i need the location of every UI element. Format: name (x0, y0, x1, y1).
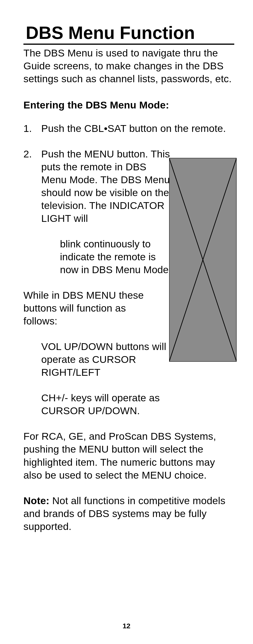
note-text: Not all functions in competitive models … (24, 495, 225, 532)
placeholder-x-icon (169, 158, 236, 362)
step-text: Push the CBL•SAT button on the remote. (41, 123, 226, 134)
note-label: Note: (24, 495, 50, 506)
paragraph-ch: CH+/- keys will operate as CURSOR UP/DOW… (24, 392, 188, 417)
subheading: Entering the DBS Menu Mode: (24, 99, 234, 111)
step-number: 1. (24, 122, 32, 135)
step-1: 1. Push the CBL•SAT button on the remote… (24, 122, 234, 135)
step-text-part-b: blink continuously to indicate the remot… (24, 238, 173, 276)
title-underline (24, 44, 234, 45)
page-number: 12 (0, 622, 253, 630)
intro-paragraph: The DBS Menu is used to navigate thru th… (24, 46, 234, 85)
page-title: DBS Menu Function (24, 24, 234, 42)
paragraph-while-in-menu: While in DBS MENU these buttons will fun… (24, 289, 154, 328)
paragraph-rca: For RCA, GE, and ProScan DBS Systems, pu… (24, 430, 234, 482)
remote-image-placeholder (169, 158, 236, 362)
paragraph-note: Note: Not all functions in competitive m… (24, 494, 234, 533)
paragraph-vol: VOL UP/DOWN buttons will operate as CURS… (24, 340, 173, 379)
step-number: 2. (24, 148, 32, 160)
step-text-part-a: Push the MENU button. This puts the remo… (41, 148, 172, 225)
